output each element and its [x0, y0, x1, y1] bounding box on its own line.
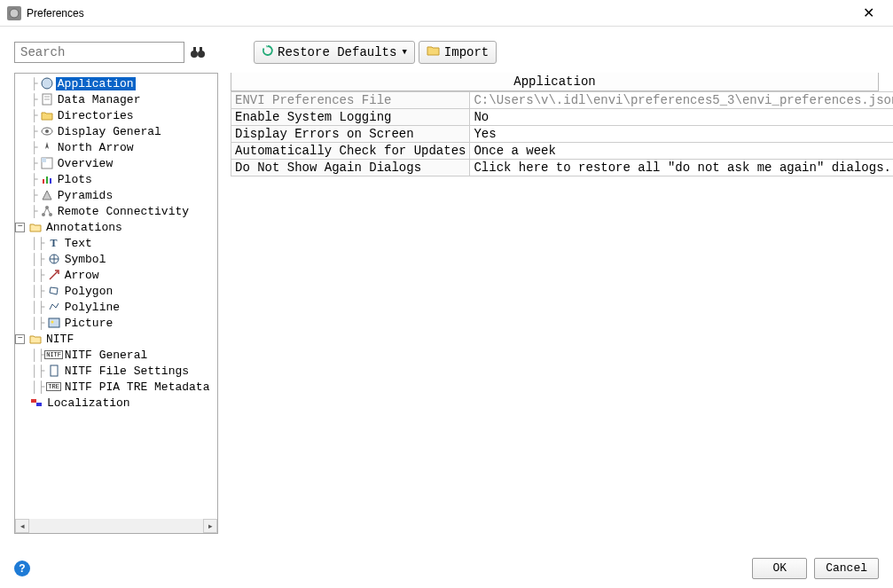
tree-item-label: Display General [56, 125, 163, 138]
chevron-down-icon: ▼ [402, 48, 406, 57]
tree-item[interactable]: │ ├ TText [15, 235, 217, 251]
compass-icon [40, 140, 54, 154]
folder-open-icon [28, 220, 43, 234]
property-row: Enable System LoggingNo [231, 109, 894, 126]
tree-item[interactable]: │ ├ Symbol [15, 251, 217, 267]
window-title: Preferences [27, 7, 84, 20]
footer: ? OK Cancel [0, 548, 893, 588]
symbol-icon [47, 252, 61, 266]
property-row: Do Not Show Again DialogsClick here to r… [231, 160, 894, 176]
preferences-tree-panel: ├ Application├ Data Manager├ Directories… [14, 73, 218, 534]
svg-rect-14 [46, 176, 48, 184]
binoculars-icon[interactable] [188, 43, 208, 62]
properties-table: ENVI Preferences FileC:\Users\v\.idl\env… [231, 91, 893, 176]
tree-item[interactable]: ├ Application [15, 75, 217, 91]
tree-item-label: Localization [45, 396, 132, 410]
tree-item-label: Polygon [63, 285, 115, 298]
restore-defaults-label: Restore Defaults [278, 45, 396, 59]
tree-item[interactable]: Localization [15, 395, 217, 411]
property-key: Display Errors on Screen [231, 126, 470, 143]
app-icon [7, 6, 21, 20]
polygon-icon [47, 284, 61, 298]
tree-item[interactable]: │ ├ Picture [15, 315, 217, 331]
property-value[interactable]: No [470, 109, 893, 126]
tree-item[interactable]: │ ├ NITF File Settings [15, 363, 217, 379]
titlebar: Preferences ✕ [0, 0, 893, 27]
tree-item[interactable]: ├ Plots [15, 171, 217, 187]
property-row: Automatically Check for UpdatesOnce a we… [231, 143, 894, 160]
tree-scrollbar[interactable]: ◂ ▸ [15, 519, 217, 533]
properties-panel: Application ENVI Preferences FileC:\User… [231, 73, 879, 534]
close-button[interactable]: ✕ [850, 1, 886, 26]
preferences-tree[interactable]: ├ Application├ Data Manager├ Directories… [15, 74, 217, 519]
layout-icon [40, 156, 54, 170]
svg-rect-13 [43, 179, 44, 184]
tree-item-label: Symbol [63, 253, 108, 266]
tree-item[interactable]: │ ├ Polyline [15, 299, 217, 315]
svg-rect-27 [36, 403, 42, 406]
svg-point-0 [10, 9, 19, 18]
svg-rect-3 [193, 47, 196, 52]
cancel-button[interactable]: Cancel [814, 558, 879, 579]
property-key: Do Not Show Again Dialogs [231, 160, 470, 176]
scroll-right-button[interactable]: ▸ [203, 519, 217, 533]
tree-item[interactable]: ├ North Arrow [15, 139, 217, 155]
property-value[interactable]: Yes [470, 126, 893, 143]
tree-item[interactable]: │ ├ NITFNITF General [15, 347, 217, 363]
tree-item[interactable]: ├ Directories [15, 107, 217, 123]
property-key: Automatically Check for Updates [231, 143, 470, 160]
import-label: Import [444, 45, 489, 59]
scroll-left-button[interactable]: ◂ [15, 519, 29, 533]
tree-item[interactable]: │ ├ Polygon [15, 283, 217, 299]
text-icon: T [47, 236, 61, 250]
globe-icon [40, 76, 54, 90]
tree-item-label: NITF PIA TRE Metadata [63, 380, 212, 394]
tree-item-label: NITF [44, 333, 75, 346]
tree-item[interactable]: │ ├ TRENITF PIA TRE Metadata [15, 379, 217, 395]
locale-icon [29, 396, 43, 410]
tree-item-label: North Arrow [56, 141, 136, 154]
chart-icon [40, 172, 54, 186]
tree-item[interactable]: ├ Remote Connectivity [15, 203, 217, 219]
sheet-icon [40, 92, 54, 106]
pyramid-icon [40, 188, 54, 202]
tree-item-label: Application [56, 77, 136, 90]
property-key: ENVI Preferences File [231, 92, 470, 109]
expand-toggle[interactable]: − [15, 334, 25, 344]
property-value[interactable]: Click here to restore all "do not ask me… [470, 160, 893, 176]
nitf-icon: NITF [47, 348, 61, 362]
tree-item[interactable]: │ ├ Arrow [15, 267, 217, 283]
svg-point-10 [45, 129, 49, 133]
tree-item-label: NITF General [63, 349, 150, 362]
tree-item[interactable]: −NITF [15, 331, 217, 347]
refresh-icon [262, 44, 274, 60]
search-input[interactable] [14, 42, 184, 63]
tree-item[interactable]: −Annotations [15, 219, 217, 235]
ok-button[interactable]: OK [752, 558, 807, 579]
tree-item-label: Polyline [63, 301, 121, 314]
restore-defaults-button[interactable]: Restore Defaults ▼ [254, 41, 415, 64]
expand-toggle[interactable]: − [15, 223, 25, 232]
tree-item[interactable]: ├ Overview [15, 155, 217, 171]
property-value: C:\Users\v\.idl\envi\preferences5_3\envi… [470, 92, 893, 109]
tree-item[interactable]: ├ Data Manager [15, 91, 217, 107]
property-value[interactable]: Once a week [470, 143, 893, 160]
tree-item-label: Pyramids [56, 189, 114, 202]
eye-icon [40, 124, 54, 138]
tre-icon: TRE [47, 380, 61, 394]
svg-point-24 [51, 321, 53, 324]
help-icon[interactable]: ? [14, 561, 30, 576]
tree-item-label: Text [63, 237, 94, 250]
tree-item-label: Arrow [63, 269, 101, 282]
tree-item[interactable]: ├ Pyramids [15, 187, 217, 203]
tree-item-label: NITF File Settings [63, 365, 191, 378]
tree-item-label: Overview [56, 157, 114, 170]
tree-item[interactable]: ├ Display General [15, 123, 217, 139]
tree-item-label: Remote Connectivity [56, 205, 191, 218]
svg-rect-4 [200, 47, 202, 52]
svg-rect-26 [31, 399, 36, 403]
tree-item-label: Plots [56, 173, 94, 186]
file-icon [47, 364, 61, 378]
import-button[interactable]: Import [419, 41, 497, 64]
arrow-icon [47, 268, 61, 282]
